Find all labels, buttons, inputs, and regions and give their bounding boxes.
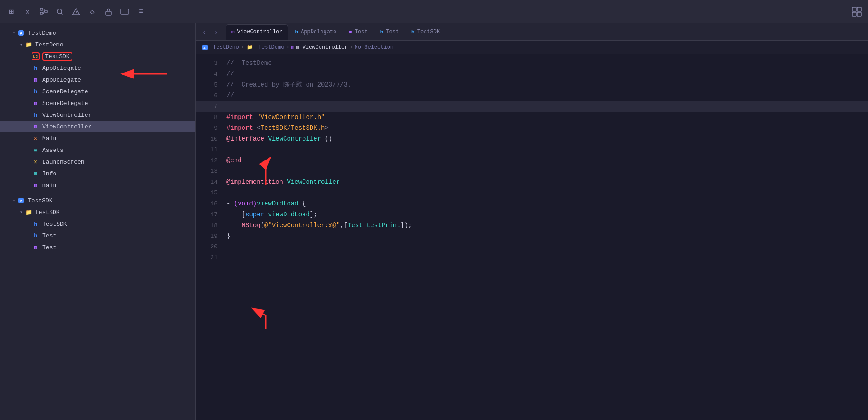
sidebar-item-appdelegate-h[interactable]: ▸ h AppDelegate [0, 62, 195, 74]
tab-testsdk-h-label: TestSDK [417, 29, 440, 35]
sidebar-item-testsdk-root[interactable]: ▾ A TestSDK [0, 195, 195, 206]
x-icon-launch: ✕ [32, 158, 40, 166]
tab-m-icon-vc: m [231, 29, 235, 35]
line-num-12: 12 [201, 155, 217, 166]
line-num-10: 10 [201, 134, 217, 145]
warning-icon[interactable] [70, 6, 82, 18]
testsdk-folder-icon: 🗂 [32, 52, 40, 60]
search-icon[interactable] [54, 6, 66, 18]
viewcontroller-h-label: ViewController [42, 112, 91, 119]
tab-appdelegate[interactable]: h AppDelegate [289, 24, 342, 40]
spacer13: ▸ [27, 233, 30, 238]
m-icon-scene: m [32, 99, 40, 107]
code-content-4: // [226, 68, 234, 79]
sidebar-item-viewcontroller-m[interactable]: ▸ m ViewController [0, 121, 195, 132]
sidebar-item-testsdk[interactable]: ▸ 🗂 TestSDK [0, 50, 195, 62]
code-line-20: 20 [196, 242, 868, 252]
line-num-17: 17 [201, 210, 217, 220]
spacer8: ▸ [27, 147, 30, 153]
test-h-label: Test [42, 233, 56, 239]
tab-test-m[interactable]: m Test [343, 24, 373, 40]
sidebar-item-test-m[interactable]: ▸ m Test [0, 242, 195, 253]
sidebar-item-testdemo-root[interactable]: ▾ A TestDemo [0, 27, 195, 39]
tab-h-icon-testsdk: h [411, 29, 415, 35]
code-line-18: 18 NSLog(@"ViewController:%@",[Test test… [196, 220, 868, 231]
testdemo-folder-label: TestDemo [35, 41, 63, 48]
tab-testsdk-h[interactable]: h TestSDK [406, 24, 446, 40]
sidebar-item-assets[interactable]: ▸ ⊞ Assets [0, 144, 195, 156]
tab-viewcontroller[interactable]: m ViewController [226, 24, 288, 40]
spacer4: ▸ [27, 100, 30, 106]
sidebar-item-testdemo-folder[interactable]: ▾ 📁 TestDemo [0, 39, 195, 50]
scenedelegate-m-label: SceneDelegate [42, 100, 88, 107]
spacer: ▸ [27, 65, 30, 71]
code-line-17: 17 [super viewDidLoad]; [196, 209, 868, 220]
code-editor[interactable]: 3 // TestDemo 4 // 5 // Created by 陈子慰 o… [196, 54, 868, 420]
breadcrumb-app-icon: A [201, 44, 208, 51]
grid-icon[interactable]: ⊞ [5, 6, 17, 18]
spacer11: ▸ [27, 183, 30, 188]
appdelegate-m-label: AppDelegate [42, 77, 81, 83]
h-icon-test: h [32, 232, 40, 240]
sidebar-item-testsdk-folder[interactable]: ▾ 📁 TestSDK [0, 206, 195, 218]
tab-bar: ‹ › m ViewController h AppDelegate m Tes… [196, 23, 868, 41]
svg-rect-14 [121, 9, 129, 14]
viewcontroller-m-label: ViewController [42, 123, 91, 130]
code-content-19: } [226, 231, 230, 242]
close-panels-icon[interactable]: ✕ [22, 6, 33, 18]
testsdk-item-label: TestSDK [42, 52, 72, 61]
sidebar-item-main-m[interactable]: ▸ m main [0, 179, 195, 191]
forward-button[interactable]: › [211, 27, 221, 37]
spacer6: ▸ [27, 124, 30, 129]
h-icon-appdelegate: h [32, 64, 40, 72]
svg-line-9 [61, 13, 63, 15]
breadcrumb-viewcontroller[interactable]: m ViewController [296, 44, 348, 50]
breadcrumb-sep1: › [241, 44, 244, 50]
spacer3: ▸ [27, 89, 30, 94]
code-content-6: // [226, 90, 234, 101]
sidebar-item-main[interactable]: ▸ ✕ Main [0, 132, 195, 144]
list-icon[interactable]: ≡ [135, 6, 147, 18]
code-content-8: #import "ViewController.h" [226, 112, 325, 123]
svg-rect-1 [40, 12, 43, 14]
lock-icon[interactable] [103, 6, 114, 18]
svg-text:A: A [20, 199, 23, 204]
sidebar-item-viewcontroller-h[interactable]: ▸ h ViewController [0, 109, 195, 121]
spacer7: ▸ [27, 136, 30, 141]
breadcrumb-testdemo2[interactable]: TestDemo [258, 44, 285, 50]
sidebar-item-info[interactable]: ▸ ⊞ Info [0, 168, 195, 179]
diamond-icon[interactable]: ◇ [86, 6, 98, 18]
code-content-17: [super viewDidLoad]; [226, 209, 317, 220]
rect-icon[interactable] [119, 6, 131, 18]
sidebar-item-testsdk-h[interactable]: ▸ h TestSDK [0, 218, 195, 230]
sidebar-item-appdelegate-m[interactable]: ▸ m AppDelegate [0, 74, 195, 86]
code-line-6: 6 // [196, 90, 868, 101]
breadcrumb-testdemo[interactable]: TestDemo [213, 44, 239, 50]
arrow-down-icon-testsdk: ▾ [13, 198, 15, 203]
breadcrumb-noselection[interactable]: No Selection [355, 44, 393, 50]
tab-test-h[interactable]: h Test [375, 24, 405, 40]
testdemo-folder-icon: 📁 [24, 41, 32, 49]
line-num-19: 19 [201, 231, 217, 242]
h-icon-testsdk: h [32, 220, 40, 228]
code-line-15: 15 [196, 187, 868, 198]
code-content-9: #import <TestSDK/TestSDK.h> [226, 123, 329, 133]
code-line-5: 5 // Created by 陈子慰 on 2023/7/3. [196, 79, 868, 90]
hierarchy-icon[interactable] [38, 6, 50, 18]
editor-grid-icon[interactable] [851, 6, 863, 18]
main-label: Main [42, 135, 56, 142]
code-line-13: 13 [196, 166, 868, 177]
info-icon: ⊞ [32, 169, 40, 178]
line-num-20: 20 [201, 242, 217, 252]
tab-navigation: ‹ › [199, 27, 221, 37]
sidebar-item-scenedelegate-m[interactable]: ▸ m SceneDelegate [0, 97, 195, 109]
testsdk-folder-icon2: 📁 [24, 208, 32, 216]
sidebar-item-scenedelegate-h[interactable]: ▸ h SceneDelegate [0, 86, 195, 97]
breadcrumb-sep2: › [286, 44, 289, 50]
x-icon-main: ✕ [32, 134, 40, 142]
assets-label: Assets [42, 147, 63, 154]
back-button[interactable]: ‹ [199, 27, 209, 37]
sidebar-item-launchscreen[interactable]: ▸ ✕ LaunchScreen [0, 156, 195, 168]
spacer9: ▸ [27, 159, 30, 164]
sidebar-item-test-h[interactable]: ▸ h Test [0, 230, 195, 242]
